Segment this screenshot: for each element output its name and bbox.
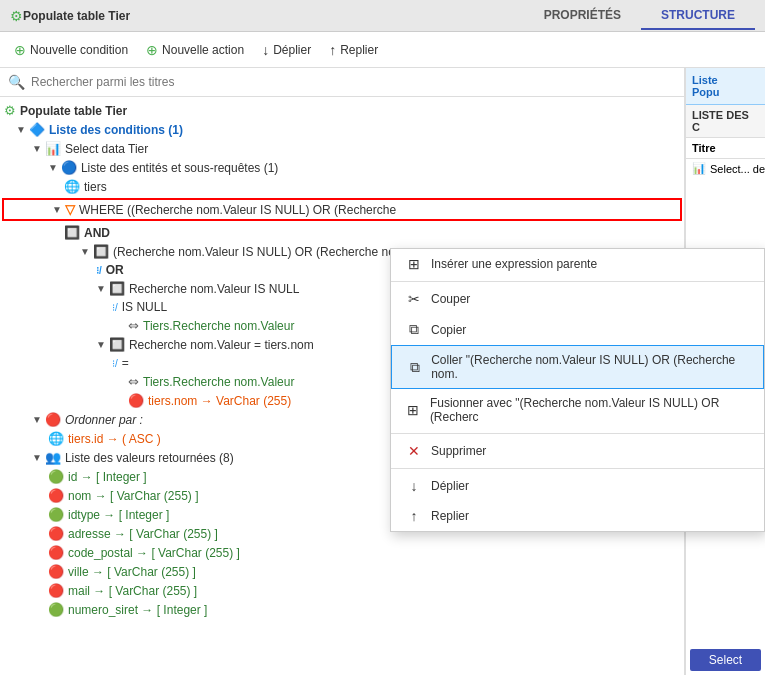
tree-value-ville[interactable]: 🔴 ville → [ VarChar (255) ] (0, 562, 684, 581)
new-action-button[interactable]: ⊕ Nouvelle action (142, 40, 248, 60)
tab-icon: ⚙ (10, 8, 23, 24)
value-code-postal-icon: 🔴 (48, 545, 64, 560)
deplier-button[interactable]: ↓ Déplier (258, 40, 315, 60)
or-group-arrow[interactable]: ▼ (80, 246, 90, 257)
tree-conditions[interactable]: ▼ 🔷 Liste des conditions (1) (0, 120, 684, 139)
entities-icon: 🔵 (61, 160, 77, 175)
order-by-arrow[interactable]: ▼ (32, 414, 42, 425)
or-group-icon: 🔲 (93, 244, 109, 259)
right-info-title: Liste (692, 74, 759, 86)
replier-button[interactable]: ↑ Replier (325, 40, 382, 60)
context-menu-item-delete[interactable]: ✕ Supprimer (391, 436, 764, 466)
context-menu-overlay: ⊞ Insérer une expression parente ✂ Coupe… (390, 248, 765, 532)
where-icon: ▽ (65, 202, 75, 217)
value-mail-icon: 🔴 (48, 583, 64, 598)
right-row-value: Select... de Tier (710, 163, 765, 175)
tree-and[interactable]: 🔲 AND (0, 223, 684, 242)
value-ville-icon: 🔴 (48, 564, 64, 579)
search-input[interactable] (31, 75, 676, 89)
tiers-recherche-2-icon: ⇔ (128, 374, 139, 389)
merge-icon: ⊞ (405, 402, 422, 418)
new-condition-icon: ⊕ (14, 42, 26, 58)
search-bar: 🔍 (0, 68, 684, 97)
insert-icon: ⊞ (405, 256, 423, 272)
order-by-icon: 🔴 (45, 412, 61, 427)
and-icon: 🔲 (64, 225, 80, 240)
recherche-equals-icon: 🔲 (109, 337, 125, 352)
conditions-icon: 🔷 (29, 122, 45, 137)
tab-proprietes[interactable]: PROPRIÉTÉS (524, 2, 641, 30)
conditions-arrow[interactable]: ▼ (16, 124, 26, 135)
equals-icon: ⁝/ (112, 358, 118, 369)
value-numero-siret-icon: 🟢 (48, 602, 64, 617)
recherche-is-null-icon: 🔲 (109, 281, 125, 296)
value-nom-icon: 🔴 (48, 488, 64, 503)
tiers-icon: 🌐 (64, 179, 80, 194)
tiers-id-icon: 🌐 (48, 431, 64, 446)
select-data-icon: 📊 (45, 141, 61, 156)
tree-value-mail[interactable]: 🔴 mail → [ VarChar (255) ] (0, 581, 684, 600)
copy-icon: ⧉ (405, 321, 423, 338)
select-button-container: Select (686, 645, 765, 675)
return-values-arrow[interactable]: ▼ (32, 452, 42, 463)
tree-select-data[interactable]: ▼ 📊 Select data Tier (0, 139, 684, 158)
new-condition-button[interactable]: ⊕ Nouvelle condition (10, 40, 132, 60)
delete-icon: ✕ (405, 443, 423, 459)
context-menu-item-collapse[interactable]: ↑ Replier (391, 501, 764, 531)
top-tabs: PROPRIÉTÉS STRUCTURE (524, 2, 755, 30)
select-button[interactable]: Select (690, 649, 761, 671)
top-header: ⚙ Populate table Tier PROPRIÉTÉS STRUCTU… (0, 0, 765, 32)
value-id-icon: 🟢 (48, 469, 64, 484)
tiers-nom-icon: 🔴 (128, 393, 144, 408)
replier-icon: ↑ (329, 42, 336, 58)
right-row-icon: 📊 (692, 162, 706, 175)
value-idtype-icon: 🟢 (48, 507, 64, 522)
or-icon: ⁝/ (96, 265, 102, 276)
context-menu-item-insert[interactable]: ⊞ Insérer une expression parente (391, 249, 764, 279)
expand-icon: ↓ (405, 478, 423, 494)
context-menu-item-copy[interactable]: ⧉ Copier (391, 314, 764, 345)
right-table-header: LISTE DES C (686, 105, 765, 138)
where-arrow[interactable]: ▼ (52, 204, 62, 215)
right-row[interactable]: 📊 Select... de Tier (686, 159, 765, 178)
tree-where[interactable]: ▼ ▽ WHERE ((Recherche nom.Valeur IS NULL… (2, 198, 682, 221)
tab-title: Populate table Tier (23, 9, 130, 23)
collapse-icon: ↑ (405, 508, 423, 524)
right-info-box: Liste Popu (686, 68, 765, 105)
cut-icon: ✂ (405, 291, 423, 307)
new-action-icon: ⊕ (146, 42, 158, 58)
recherche-equals-arrow[interactable]: ▼ (96, 339, 106, 350)
tiers-recherche-1-icon: ⇔ (128, 318, 139, 333)
context-menu-item-merge[interactable]: ⊞ Fusionner avec "(Recherche nom.Valeur … (391, 389, 764, 431)
tree-value-code-postal[interactable]: 🔴 code_postal → [ VarChar (255) ] (0, 543, 684, 562)
toolbar: ⊕ Nouvelle condition ⊕ Nouvelle action ↓… (0, 32, 765, 68)
context-menu-item-paste[interactable]: ⧉ Coller "(Recherche nom.Valeur IS NULL)… (391, 345, 764, 389)
entities-arrow[interactable]: ▼ (48, 162, 58, 173)
deplier-icon: ↓ (262, 42, 269, 58)
tree-entities[interactable]: ▼ 🔵 Liste des entités et sous-requêtes (… (0, 158, 684, 177)
recherche-is-null-arrow[interactable]: ▼ (96, 283, 106, 294)
search-icon: 🔍 (8, 74, 25, 90)
root-icon: ⚙ (4, 103, 16, 118)
tree-tiers[interactable]: 🌐 tiers (0, 177, 684, 196)
context-menu-item-cut[interactable]: ✂ Couper (391, 284, 764, 314)
context-menu-item-expand[interactable]: ↓ Déplier (391, 471, 764, 501)
tree-value-numero-siret[interactable]: 🟢 numero_siret → [ Integer ] (0, 600, 684, 619)
context-menu: ⊞ Insérer une expression parente ✂ Coupe… (390, 248, 765, 532)
is-null-icon: ⁝/ (112, 302, 118, 313)
return-values-icon: 👥 (45, 450, 61, 465)
value-adresse-icon: 🔴 (48, 526, 64, 541)
separator-2 (391, 433, 764, 434)
right-info-subtitle: Popu (692, 86, 759, 98)
separator-1 (391, 281, 764, 282)
tree-root[interactable]: ⚙ Populate table Tier (0, 101, 684, 120)
select-data-arrow[interactable]: ▼ (32, 143, 42, 154)
separator-3 (391, 468, 764, 469)
paste-icon: ⧉ (406, 359, 423, 376)
right-col-header: Titre (686, 138, 765, 159)
tab-structure[interactable]: STRUCTURE (641, 2, 755, 30)
